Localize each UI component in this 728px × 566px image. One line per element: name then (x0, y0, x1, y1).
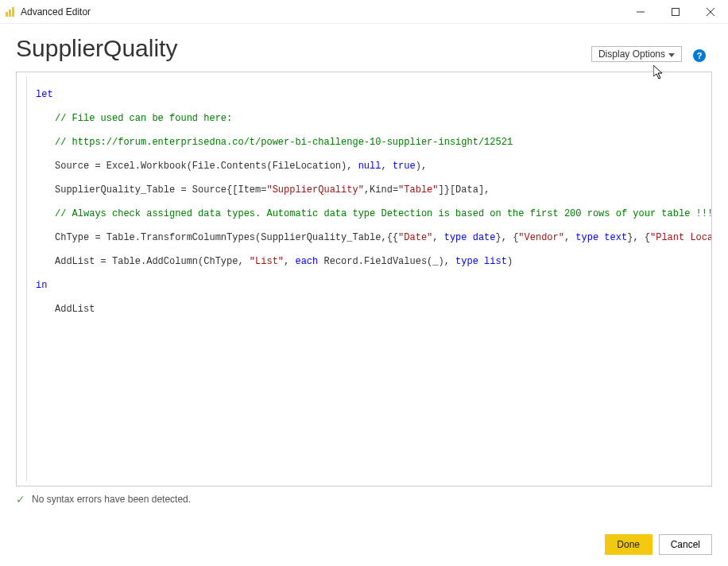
keyword-true: true (393, 161, 416, 172)
chevron-down-icon (668, 48, 675, 60)
keyword-null: null (358, 161, 381, 172)
code-text: }, { (496, 232, 519, 243)
app-icon (5, 6, 16, 17)
keyword-type: type (444, 232, 467, 243)
keyword-in: in (36, 280, 47, 291)
code-text: Record.FieldValues(_), (318, 256, 455, 267)
check-icon: ✓ (16, 493, 25, 506)
keyword-let: let (36, 89, 53, 100)
code-text: SupplierQuality_Table = Source{[Item= (55, 184, 266, 196)
code-string: "Table" (398, 184, 438, 196)
code-text: AddList = Table.AddColumn(ChType, (55, 256, 250, 267)
keyword-type: type (455, 256, 478, 267)
code-string: "Date" (398, 232, 432, 243)
code-string: "Vendor" (518, 232, 564, 243)
code-string: "SupplierQuality" (266, 184, 363, 196)
help-icon[interactable]: ? (693, 49, 706, 62)
cancel-button[interactable]: Cancel (659, 534, 712, 555)
code-string: "Plant Location" (650, 232, 711, 243)
page-title: SupplierQuality (16, 35, 591, 62)
footer: Done Cancel (605, 534, 712, 555)
close-button[interactable] (693, 0, 728, 24)
code-string: "List" (250, 256, 284, 267)
window-controls (623, 0, 728, 24)
window-title: Advanced Editor (21, 6, 91, 17)
minimize-button[interactable] (623, 0, 658, 24)
code-text: ), (416, 161, 427, 172)
keyword-type: type (575, 232, 598, 243)
code-comment: // https://forum.enterprisedna.co/t/powe… (55, 137, 513, 148)
code-text: ChType = Table.TransformColumnTypes(Supp… (55, 232, 398, 243)
header: SupplierQuality Display Options ? (0, 24, 728, 67)
code-area[interactable]: let // File used can be found here: // h… (17, 72, 711, 344)
svg-rect-2 (12, 7, 14, 17)
done-button[interactable]: Done (605, 534, 652, 555)
type-ident: list (478, 256, 507, 267)
code-text: Source = Excel.Workbook(File.Contents(Fi… (55, 161, 358, 172)
code-text: ) (507, 256, 513, 267)
display-options-dropdown[interactable]: Display Options (591, 46, 682, 62)
titlebar: Advanced Editor (0, 0, 728, 24)
type-ident: date (467, 232, 496, 243)
maximize-button[interactable] (658, 0, 693, 24)
status-bar: ✓ No syntax errors have been detected. (0, 487, 728, 512)
svg-rect-4 (672, 8, 680, 15)
code-text: , (381, 161, 392, 172)
code-text: , (284, 256, 295, 267)
status-message: No syntax errors have been detected. (32, 494, 191, 505)
svg-marker-7 (668, 53, 675, 57)
svg-rect-1 (9, 10, 11, 17)
code-text: , (432, 232, 443, 243)
svg-rect-0 (6, 12, 8, 17)
code-text: ]}[Data], (439, 184, 490, 196)
gutter-line (26, 77, 27, 481)
code-text: }, { (627, 232, 650, 243)
code-text: , (564, 232, 575, 243)
display-options-label: Display Options (598, 48, 665, 60)
type-ident: text (598, 232, 627, 243)
code-text: ,Kind= (364, 184, 398, 196)
code-text: AddList (55, 304, 95, 315)
code-editor[interactable]: let // File used can be found here: // h… (16, 72, 712, 487)
code-comment: // File used can be found here: (55, 113, 232, 124)
keyword-each: each (295, 256, 318, 267)
code-comment: // Always check assigned data types. Aut… (55, 208, 711, 219)
